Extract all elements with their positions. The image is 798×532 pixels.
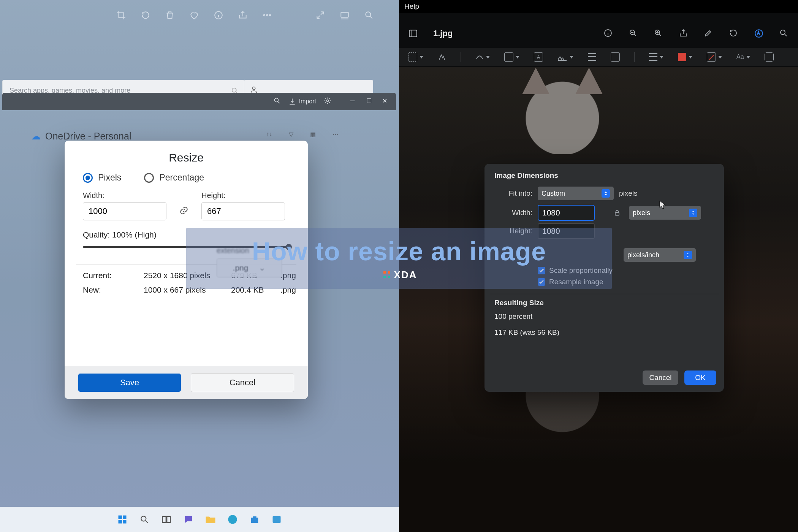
preview-toolbar: 1.jpg: [399, 23, 798, 44]
zoom-out-icon[interactable]: [629, 28, 638, 38]
border-color-icon[interactable]: [678, 53, 692, 61]
start-icon[interactable]: [115, 512, 130, 527]
svg-rect-16: [167, 516, 170, 522]
lock-icon[interactable]: [611, 209, 624, 217]
svg-point-7: [252, 87, 255, 89]
line-style-icon[interactable]: [649, 53, 663, 61]
fit-into-unit: pixels: [619, 189, 638, 198]
close-icon[interactable]: ✕: [382, 97, 391, 106]
fit-into-select[interactable]: Custom: [538, 187, 614, 200]
search-icon[interactable]: [779, 28, 789, 38]
dialog-title: Resize: [65, 141, 308, 173]
share-icon[interactable]: [237, 10, 249, 21]
explorer-icon[interactable]: [203, 512, 218, 527]
menu-help[interactable]: Help: [404, 2, 419, 11]
height-input[interactable]: [201, 202, 285, 220]
svg-rect-11: [123, 516, 126, 519]
dialog-title: Image Dimensions: [484, 164, 724, 184]
windows-taskbar: [0, 507, 399, 532]
expand-icon[interactable]: [315, 10, 326, 21]
photos-toolbar: [0, 0, 399, 30]
radio-dot-on: [83, 173, 93, 183]
divider: [490, 294, 719, 294]
selection-tool-icon[interactable]: [408, 52, 423, 62]
cancel-button[interactable]: Cancel: [191, 373, 294, 392]
svg-rect-13: [123, 520, 126, 523]
chevron-updown-icon: [602, 189, 610, 198]
trash-icon[interactable]: [164, 10, 176, 21]
share-icon[interactable]: [679, 28, 689, 38]
minimize-icon[interactable]: ─: [350, 97, 359, 106]
svg-rect-19: [409, 30, 417, 36]
search-icon[interactable]: [137, 512, 152, 527]
chat-icon[interactable]: [181, 512, 196, 527]
width-label: Width:: [494, 209, 532, 217]
crop-icon[interactable]: [116, 10, 127, 21]
task-view-icon[interactable]: [159, 512, 174, 527]
radio-pixels[interactable]: Pixels: [83, 173, 121, 183]
link-icon[interactable]: [178, 201, 190, 220]
mac-menubar: Help: [399, 0, 798, 13]
photos-icon[interactable]: [269, 512, 284, 527]
svg-point-9: [327, 100, 329, 102]
resulting-percent: 100 percent: [484, 309, 724, 325]
settings-icon[interactable]: [324, 97, 331, 106]
svg-rect-10: [119, 516, 122, 519]
chevron-updown-icon: [684, 251, 692, 259]
sort-icon[interactable]: ↑↓: [266, 131, 272, 138]
adjust-size-icon[interactable]: [611, 52, 620, 62]
width-input[interactable]: [83, 202, 166, 220]
instant-alpha-icon[interactable]: [438, 53, 446, 61]
rotate-icon[interactable]: [140, 10, 151, 21]
radio-percentage[interactable]: Percentage: [144, 173, 204, 183]
grid-icon[interactable]: ▦: [310, 131, 316, 138]
width-input[interactable]: [538, 205, 595, 221]
note-icon[interactable]: [765, 52, 774, 62]
info-icon[interactable]: [213, 10, 224, 21]
breadcrumb: ☁ OneDrive - Personal: [31, 131, 131, 142]
xda-mark-icon: [381, 269, 393, 280]
markup-icon[interactable]: [754, 28, 764, 38]
shapes-icon[interactable]: [504, 52, 519, 62]
resulting-size: 117 KB (was 56 KB): [484, 325, 724, 340]
svg-rect-18: [273, 516, 281, 523]
info-icon[interactable]: [603, 28, 613, 38]
more-icon[interactable]: ⋯: [332, 131, 339, 138]
width-label: Width:: [83, 191, 166, 200]
text-icon[interactable]: A: [534, 52, 543, 62]
search-icon[interactable]: [273, 97, 281, 106]
svg-point-3: [269, 14, 271, 16]
sign-icon[interactable]: [557, 53, 573, 61]
ok-button[interactable]: OK: [684, 370, 716, 385]
svg-rect-25: [615, 212, 619, 215]
more-icon[interactable]: [261, 10, 273, 21]
photos-app-header: Import ─ ☐ ✕: [2, 93, 396, 110]
heart-icon[interactable]: [188, 10, 200, 21]
font-style-icon[interactable]: Aa: [736, 54, 750, 60]
fill-color-icon[interactable]: [707, 52, 722, 62]
sketch-icon[interactable]: [475, 53, 490, 61]
highlight-icon[interactable]: [704, 28, 714, 38]
store-icon[interactable]: [247, 512, 262, 527]
save-button[interactable]: Save: [78, 374, 181, 392]
edge-icon[interactable]: [225, 512, 240, 527]
svg-point-8: [274, 98, 278, 102]
zoom-icon[interactable]: [363, 10, 375, 21]
zoom-in-icon[interactable]: [654, 28, 663, 38]
markup-toolbar: A Aa: [399, 48, 798, 66]
slideshow-icon[interactable]: [339, 10, 350, 21]
resolution-unit-select[interactable]: pixels/inch: [624, 248, 696, 262]
import-button[interactable]: Import: [288, 98, 316, 105]
cancel-button[interactable]: Cancel: [643, 370, 678, 385]
folder-name: OneDrive - Personal: [45, 131, 131, 142]
filter-icon[interactable]: ▽: [289, 131, 293, 138]
adjust-color-icon[interactable]: [588, 53, 596, 61]
sidebar-icon[interactable]: [408, 28, 418, 38]
maximize-icon[interactable]: ☐: [366, 97, 375, 106]
hero-title: How to resize an image: [252, 236, 546, 266]
new-label: New:: [83, 285, 144, 294]
rotate-icon[interactable]: [729, 28, 739, 38]
height-label: Height:: [201, 191, 285, 200]
chevron-updown-icon: [689, 209, 697, 217]
svg-rect-4: [341, 12, 348, 17]
